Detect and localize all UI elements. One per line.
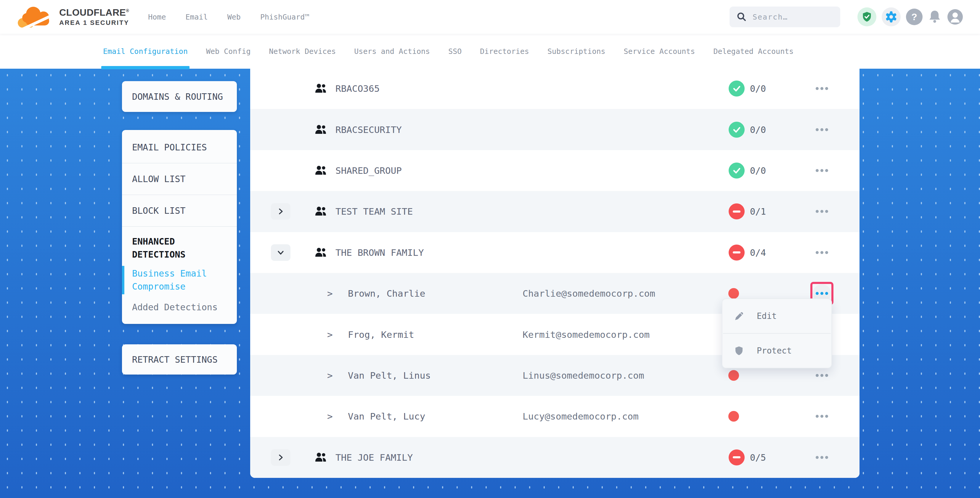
sidebar-item-retract-settings[interactable]: RETRACT SETTINGS: [122, 344, 237, 374]
status-fail-badge: [729, 204, 745, 220]
profile-button[interactable]: [947, 9, 963, 25]
menu-item-label: Protect: [757, 346, 792, 356]
user-chevron: >: [327, 329, 333, 340]
group-table-panel: RBACO365 RBACO365 0/0: [250, 68, 859, 478]
sidebar-item-label: BLOCK LIST: [132, 205, 186, 216]
header-right: ?: [730, 6, 963, 27]
top-nav-item[interactable]: Home: [148, 13, 166, 21]
settings-button[interactable]: [882, 7, 900, 26]
notifications-button[interactable]: [928, 10, 942, 24]
help-button[interactable]: ?: [906, 9, 923, 25]
user-name: Frog, Kermit: [348, 329, 414, 340]
sidebar-item[interactable]: Business Email Compromise: [122, 264, 237, 297]
row-actions-button[interactable]: [810, 159, 834, 182]
menu-item-protect[interactable]: Protect: [722, 334, 831, 368]
status-fail-badge: [729, 245, 745, 261]
table-row[interactable]: Van Pelt, Lucy > Van Pelt, Lucy Lucy@som…: [250, 396, 859, 437]
tab[interactable]: Web Config: [206, 34, 251, 69]
row-actions-button[interactable]: [810, 405, 834, 428]
config-tabs: Email ConfigurationWeb ConfigNetwork Dev…: [0, 34, 980, 69]
group-name: RBACO365: [336, 83, 380, 94]
top-nav-item[interactable]: Email: [185, 13, 208, 21]
table-row[interactable]: THE JOE FAMILY THE JOE FAMILY 0/5: [250, 437, 859, 478]
status-pass-badge: [729, 81, 745, 97]
group-users-icon: [315, 124, 327, 135]
table-row[interactable]: TEST TEAM SITE TEST TEAM SITE 0/1: [250, 191, 859, 232]
tab[interactable]: Service Accounts: [624, 34, 695, 69]
pencil-icon: [733, 311, 745, 321]
cloudflare-logo[interactable]: CLOUDFLARE® AREA 1 SECURITY: [15, 3, 129, 30]
sidebar-item[interactable]: ENHANCED DETECTIONS: [122, 227, 237, 264]
search-box[interactable]: [730, 6, 840, 27]
expand-chevron-button[interactable]: [271, 203, 290, 220]
tab[interactable]: Users and Actions: [354, 34, 430, 69]
expand-chevron-button[interactable]: [271, 244, 290, 261]
user-name: Van Pelt, Linus: [348, 370, 431, 381]
user-email: Charlie@somedemocorp.com: [523, 288, 655, 299]
row-actions-button[interactable]: [810, 77, 834, 100]
table-row[interactable]: SHARED_GROUP SHARED_GROUP 0/0: [250, 150, 859, 191]
tab[interactable]: Network Devices: [269, 34, 336, 69]
brand-title: CLOUDFLARE®: [59, 7, 129, 18]
shield-check-button[interactable]: [858, 7, 877, 26]
brand-subtitle: AREA 1 SECURITY: [59, 19, 129, 27]
sidebar-item-label: RETRACT SETTINGS: [132, 355, 218, 365]
shield-check-icon: [858, 7, 877, 26]
row-actions-button[interactable]: [810, 200, 834, 223]
sidebar-item-domains-routing[interactable]: DOMAINS & ROUTING: [122, 81, 237, 112]
row-actions-button[interactable]: [810, 446, 834, 469]
row-actions-button[interactable]: [810, 241, 834, 264]
group-users-icon: [315, 247, 327, 258]
group-name: RBACSECURITY: [336, 124, 402, 135]
sidebar-item-label: DOMAINS & ROUTING: [132, 91, 223, 102]
sidebar-item-label: ENHANCED DETECTIONS: [132, 236, 186, 260]
row-actions-button[interactable]: [810, 118, 834, 141]
protected-count: 0/5: [750, 452, 766, 463]
status-dot: [728, 370, 739, 381]
group-table: RBACO365 RBACO365 0/0: [250, 68, 859, 478]
expand-chevron-button[interactable]: [271, 449, 290, 466]
tab[interactable]: Delegated Accounts: [713, 34, 794, 69]
user-email: Kermit@somedemocorp.com: [523, 329, 649, 340]
user-name: Brown, Charlie: [348, 288, 425, 299]
tab[interactable]: Directories: [480, 34, 529, 69]
menu-item-edit[interactable]: Edit: [722, 299, 831, 333]
sidebar-item[interactable]: BLOCK LIST: [122, 195, 237, 227]
protected-count: 0/1: [750, 206, 766, 217]
group-name: THE JOE FAMILY: [336, 452, 413, 463]
status-dot: [728, 288, 739, 299]
table-row[interactable]: THE BROWN FAMILY THE BROWN FAMILY 0/4: [250, 232, 859, 273]
top-nav-item[interactable]: Web: [228, 13, 241, 21]
group-users-icon: [315, 206, 327, 217]
tab[interactable]: SSO: [448, 34, 461, 69]
sidebar-item[interactable]: Added Detections: [122, 297, 237, 316]
top-nav: HomeEmailWebPhishGuard™: [148, 13, 309, 21]
protected-count: 0/0: [750, 124, 766, 135]
cloudflare-cloud-icon: [15, 3, 56, 30]
row-context-menu: Edit Protect: [722, 298, 832, 368]
group-name: TEST TEAM SITE: [336, 206, 413, 217]
help-icon: ?: [906, 9, 923, 25]
status-fail-badge: [729, 449, 745, 465]
user-chevron: >: [327, 411, 333, 422]
top-nav-item[interactable]: PhishGuard™: [260, 13, 309, 21]
user-icon: [947, 9, 963, 25]
status-dot: [728, 411, 739, 422]
status-pass-badge: [729, 162, 745, 178]
sidebar-item[interactable]: ALLOW LIST: [122, 164, 237, 195]
table-row[interactable]: RBACO365 RBACO365 0/0: [250, 68, 859, 109]
tab[interactable]: Subscriptions: [547, 34, 606, 69]
sidebar-item-label: Business Email Compromise: [132, 268, 207, 292]
user-name: Van Pelt, Lucy: [348, 411, 425, 422]
group-users-icon: [315, 452, 327, 463]
sidebar-item[interactable]: EMAIL POLICIES: [122, 132, 237, 164]
search-input[interactable]: [752, 13, 827, 21]
protected-count: 0/0: [750, 165, 766, 176]
group-name: SHARED_GROUP: [336, 165, 402, 176]
sidebar: DOMAINS & ROUTING EMAIL POLICIES ALLOW L…: [122, 81, 237, 374]
status-pass-badge: [729, 122, 745, 138]
tab[interactable]: Email Configuration: [103, 34, 188, 69]
table-row[interactable]: RBACSECURITY RBACSECURITY 0/0: [250, 109, 859, 150]
sidebar-policies-card: EMAIL POLICIES ALLOW LIST BLOCK LIST ENH…: [122, 130, 237, 324]
group-name: THE BROWN FAMILY: [336, 247, 424, 258]
